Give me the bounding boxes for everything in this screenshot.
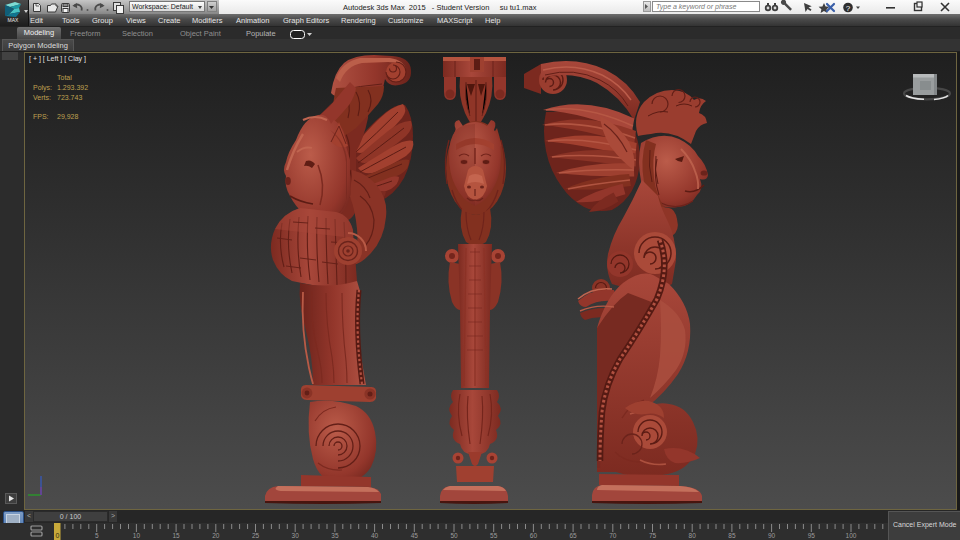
svg-text:85: 85 bbox=[728, 532, 736, 539]
svg-text:45: 45 bbox=[411, 532, 419, 539]
svg-text:?: ? bbox=[846, 4, 851, 13]
svg-text:65: 65 bbox=[569, 532, 577, 539]
svg-text:100: 100 bbox=[846, 532, 857, 539]
svg-text:25: 25 bbox=[252, 532, 260, 539]
svg-text:30: 30 bbox=[292, 532, 300, 539]
svg-text:10: 10 bbox=[133, 532, 141, 539]
svg-text:35: 35 bbox=[331, 532, 339, 539]
svg-text:5: 5 bbox=[95, 532, 99, 539]
svg-text:75: 75 bbox=[649, 532, 657, 539]
svg-text:50: 50 bbox=[450, 532, 458, 539]
svg-text:80: 80 bbox=[689, 532, 697, 539]
svg-text:0: 0 bbox=[56, 532, 60, 539]
svg-text:15: 15 bbox=[172, 532, 180, 539]
svg-text:60: 60 bbox=[530, 532, 538, 539]
svg-text:MAX: MAX bbox=[8, 17, 20, 23]
svg-text:70: 70 bbox=[609, 532, 617, 539]
svg-text:20: 20 bbox=[212, 532, 220, 539]
svg-text:55: 55 bbox=[490, 532, 498, 539]
svg-text:90: 90 bbox=[768, 532, 776, 539]
svg-text:95: 95 bbox=[808, 532, 816, 539]
svg-text:40: 40 bbox=[371, 532, 379, 539]
